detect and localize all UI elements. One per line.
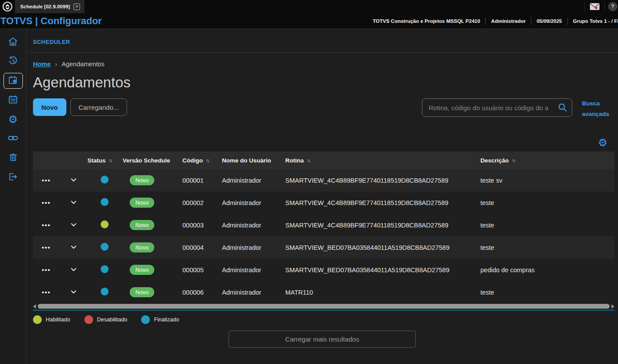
row-description: teste [476,244,614,251]
scrollbar-thumb[interactable] [38,304,610,309]
row-routine: SMARTVIEW_4C4B89BF9E7740118519D8CB8AD275… [281,222,476,229]
table-row: ••• Novo 000006 Administrador MATR110 te… [33,281,614,303]
status-dot [101,198,109,206]
home-icon [8,36,18,48]
row-expand-chevron-icon[interactable] [70,243,77,252]
help-icon[interactable]: ? [608,2,617,11]
date-label: 05/09/2025 [531,18,567,24]
sidebar-item-logout[interactable] [4,169,23,185]
chevron-right-icon: › [55,60,57,68]
row-expand-chevron-icon[interactable] [70,288,77,297]
status-legend: Habilitado Desabilitado Finalizado [26,311,618,324]
breadcrumb-home-link[interactable]: Home [33,61,51,68]
row-expand-chevron-icon[interactable] [70,221,77,230]
window-tab-schedule[interactable]: Schedule [02.9.0099] ✕ [15,0,84,13]
row-description: teste [476,222,614,229]
sort-icon[interactable]: ↑↓ [206,158,209,163]
row-routine: SMARTVIEW_BED07BA035844011A519D8CB8AD275… [281,267,476,274]
row-routine: SMARTVIEW_4C4B89BF9E7740118519D8CB8AD275… [281,177,476,184]
sort-icon[interactable]: ↑↓ [307,158,310,163]
version-badge: Novo [130,220,154,230]
sidebar-item-history[interactable] [4,54,23,69]
row-actions-menu-icon[interactable]: ••• [42,244,51,251]
sort-icon[interactable]: ↑↓ [109,158,112,163]
row-expand-chevron-icon[interactable] [70,198,77,207]
workspace: ⚙ [0,29,618,364]
sort-icon[interactable]: ↑↓ [512,158,515,163]
schedules-table: Status ↑↓ Versão Schedule Código ↑↓ Nome… [33,151,614,303]
status-dot [101,176,109,184]
legend-item-desabilitado: Desabilitado [84,315,127,324]
link-icon [7,133,18,145]
logout-icon [8,172,18,184]
sidebar-item-calendar[interactable] [4,92,23,108]
totvs-logo-icon [0,1,15,12]
screen: Schedule [02.9.0099] ✕ ? TOTVS | Configu… [0,0,618,364]
module-label: SCHEDULER [33,39,70,45]
main-content: SCHEDULER Home › Agendamentos Agendament… [26,29,618,364]
status-dot [101,288,109,296]
header-nome-usuario: Nome do Usuário [218,157,281,164]
user-label: Administrador [486,18,531,24]
app-header: TOTVS | Configurador TOTVS Construção e … [0,13,618,29]
load-more-button[interactable]: Carregar mais resultados [229,331,416,348]
scroll-left-arrow-icon[interactable] [33,304,36,309]
status-dot [101,243,109,251]
sidebar-item-settings[interactable]: ⚙ [4,112,23,127]
search-icon[interactable] [557,102,568,115]
row-actions-menu-icon[interactable]: ••• [42,221,51,229]
row-description: pedido de compras [476,267,614,274]
row-actions-menu-icon[interactable]: ••• [42,288,51,296]
horizontal-scrollbar[interactable] [33,304,614,311]
new-button[interactable]: Novo [33,98,66,116]
schedule-calendar-gear-icon [8,75,18,87]
table-settings-gear-icon[interactable]: ⚙ [598,137,607,148]
table-row: ••• Novo 000003 Administrador SMARTVIEW_… [33,214,614,236]
top-tab-bar: Schedule [02.9.0099] ✕ ? [0,0,618,13]
mail-icon[interactable] [585,3,604,11]
breadcrumb: Home › Agendamentos [26,53,618,68]
sidebar-item-link[interactable] [4,131,23,147]
version-badge: Novo [130,198,154,208]
loading-button[interactable]: Carregando... [70,98,127,116]
row-actions-menu-icon[interactable]: ••• [42,266,51,274]
row-user: Administrador [218,199,281,206]
advanced-search-link[interactable]: Busca avançada [582,98,614,119]
row-code: 000004 [178,244,218,251]
page-title: Agendamentos [26,68,618,91]
sidebar-item-delete[interactable] [4,150,23,166]
header-codigo: Código ↑↓ [178,157,218,164]
row-user: Administrador [218,267,281,274]
row-actions-menu-icon[interactable]: ••• [42,177,51,184]
row-expand-chevron-icon[interactable] [70,176,77,185]
legend-dot-desabilitado [84,315,93,324]
legend-label: Desabilitado [97,317,127,323]
environment-label: TOTVS Construção e Projetos MSSQL P2410 [367,18,485,24]
scroll-right-arrow-icon[interactable] [611,304,614,309]
row-expand-chevron-icon[interactable] [70,266,77,274]
row-code: 000001 [178,177,218,184]
load-more-wrap: Carregar mais resultados [26,324,618,348]
legend-label: Finalizado [154,317,179,323]
table-row: ••• Novo 000005 Administrador SMARTVIEW_… [33,259,614,281]
table-row: ••• Novo 000001 Administrador SMARTVIEW_… [33,169,614,191]
row-description: teste [476,199,614,206]
row-user: Administrador [218,222,281,229]
header-status: Status ↑↓ [83,157,118,164]
row-code: 000005 [178,267,218,274]
header-info: TOTVS Construção e Projetos MSSQL P2410 … [367,17,618,25]
row-code: 000003 [178,222,218,229]
status-dot [101,220,109,228]
row-description: teste sv [476,177,614,184]
sidebar-item-scheduler[interactable] [4,73,23,89]
row-actions-menu-icon[interactable]: ••• [42,199,51,206]
table-header-row: Status ↑↓ Versão Schedule Código ↑↓ Nome… [33,151,614,169]
legend-item-habilitado: Habilitado [33,315,70,324]
tab-close-icon[interactable]: ✕ [73,4,80,10]
search-input[interactable] [422,98,572,117]
version-badge: Novo [130,265,154,275]
legend-item-finalizado: Finalizado [141,315,179,324]
search-box [422,98,572,117]
sidebar-item-home[interactable] [4,34,23,50]
tab-title: Schedule [02.9.0099] [20,4,70,9]
